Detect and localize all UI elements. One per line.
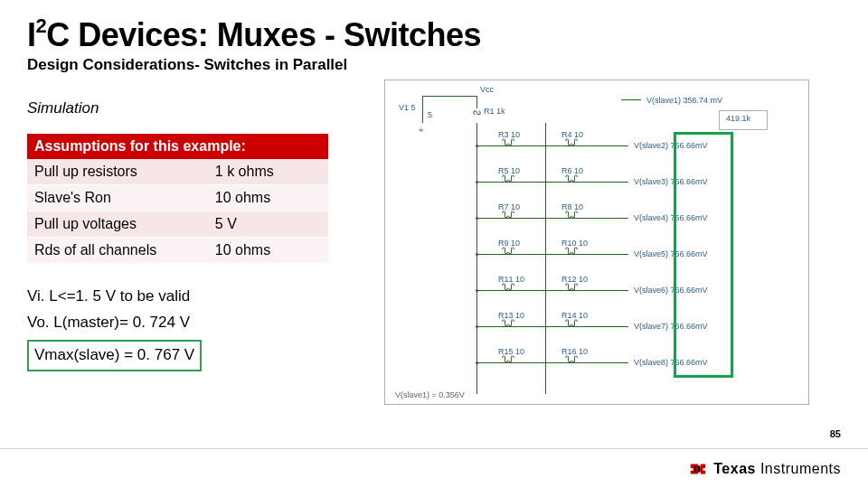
footer: Texas Instruments [0, 448, 868, 488]
value-cell: 10 ohms [208, 185, 328, 211]
ti-logo: Texas Instruments [688, 459, 841, 479]
resistor-label: R6 10 [561, 166, 583, 175]
table-row: Rds of all channels10 ohms [27, 238, 328, 264]
resistor-label: R11 10 [498, 275, 524, 284]
table-row: Slave's Ron10 ohms [27, 185, 328, 211]
table-row: Pull up voltages5 V [27, 211, 328, 238]
schematic-diagram: Vcc V1 5 ᔓ R1 1k 5 ⏚ V(slave1) 356.74 mV… [384, 80, 809, 405]
resistor-label: R14 10 [561, 311, 588, 320]
title-pre: I [27, 16, 36, 53]
page-number: 85 [830, 428, 841, 439]
bottom-note: V(slave1) = 0.356V [395, 390, 465, 399]
resistor-label: R8 10 [561, 202, 583, 211]
highlight-box [674, 132, 733, 378]
resistor-label: R12 10 [561, 275, 588, 284]
ti-chip-icon [688, 459, 708, 479]
vmaster-label: V(slave1) 356.74 mV [646, 96, 722, 105]
param-cell: Pull up voltages [27, 211, 208, 238]
assumptions-header: Assumptions for this example: [27, 134, 328, 159]
resistor-label: R10 10 [561, 239, 588, 248]
r1-label: R1 1k [484, 107, 505, 116]
note-vmax-boxed: Vmax(slave) = 0. 767 V [27, 340, 202, 371]
param-cell: Pull up resistors [27, 159, 208, 185]
notes-block: Vi. L<=1. 5 V to be valid Vo. L(master)=… [27, 284, 348, 371]
resistor-label: R16 10 [561, 347, 588, 356]
v1-label: V1 5 [399, 103, 416, 112]
ti-wordmark: Texas Instruments [713, 461, 841, 477]
resistor-label: R7 10 [498, 202, 520, 211]
value-cell: 1 k ohms [208, 159, 328, 185]
resistor-label: R13 10 [498, 311, 524, 320]
value-cell: 5 V [208, 211, 328, 238]
param-cell: Rds of all channels [27, 238, 208, 264]
resistor-label: R15 10 [498, 347, 524, 356]
table-row: Pull up resistors1 k ohms [27, 159, 328, 185]
slide-title: I2C Devices: Muxes - Switches [27, 16, 841, 54]
resistor-icon: ᔓ [473, 107, 481, 117]
note-vol: Vo. L(master)= 0. 724 V [27, 310, 348, 336]
resistor-label: R9 10 [498, 239, 520, 248]
ground-icon: ⏚ [419, 125, 423, 134]
ti-word-bold: Texas [713, 461, 760, 476]
resistor-label: R3 10 [498, 130, 520, 139]
title-post: C Devices: Muxes - Switches [46, 16, 481, 53]
right-box-val: 419.1k [726, 114, 750, 123]
slide-subtitle: Design Considerations- Switches in Paral… [27, 56, 841, 74]
resistor-label: R4 10 [561, 130, 583, 139]
vcc-label: Vcc [480, 85, 494, 94]
ti-word-rest: Instruments [760, 461, 841, 476]
value-cell: 10 ohms [208, 238, 328, 264]
assumptions-table: Assumptions for this example: Pull up re… [27, 134, 328, 264]
vreg-label: 5 [428, 110, 432, 119]
title-sup: 2 [36, 14, 47, 37]
param-cell: Slave's Ron [27, 185, 208, 211]
note-vil: Vi. L<=1. 5 V to be valid [27, 284, 348, 310]
resistor-label: R5 10 [498, 166, 520, 175]
